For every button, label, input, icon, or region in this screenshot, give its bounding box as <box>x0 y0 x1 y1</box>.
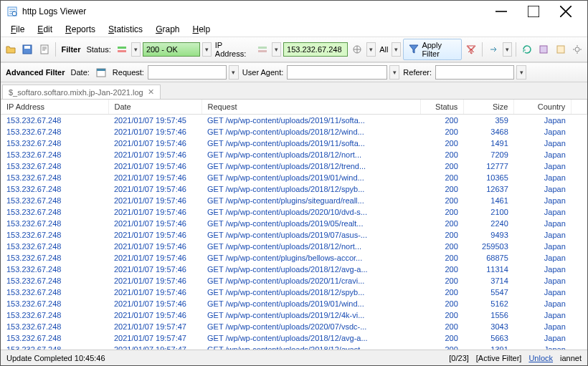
cell-size: 1461 <box>464 195 514 206</box>
table-row[interactable]: 153.232.67.2482021/01/07 19:57:46GET /wp… <box>1 241 587 252</box>
ip-picker-icon[interactable] <box>255 42 270 57</box>
status-counter: [0/23] <box>449 354 469 362</box>
save-button[interactable] <box>20 42 34 57</box>
table-row[interactable]: 153.232.67.2482021/01/07 19:57:46GET /wp… <box>1 206 587 218</box>
menu-statistics[interactable]: Statistics <box>103 23 148 36</box>
date-picker-button[interactable] <box>93 64 109 80</box>
next-match-dropdown[interactable]: ▾ <box>503 42 512 57</box>
col-status[interactable]: Status <box>421 100 464 115</box>
col-date[interactable]: Date <box>108 100 201 115</box>
tabbar: $_softaro.softaro.mixh.jp-Jan-2021.log ✕ <box>1 82 587 100</box>
all-dropdown[interactable]: ▾ <box>392 42 401 57</box>
cell-request: GET /wp/wp-content/plugins/bellows-accor… <box>201 252 421 264</box>
app-icon <box>6 6 18 17</box>
cell-size: 3043 <box>464 321 514 332</box>
status-picker-dropdown[interactable]: ▾ <box>131 42 141 57</box>
col-ip[interactable]: IP Address <box>1 100 108 115</box>
cell-request: GET /wp/wp-content/uploads/2020/07/vsdc-… <box>201 321 421 332</box>
svg-rect-6 <box>118 47 126 49</box>
table-row[interactable]: 153.232.67.2482021/01/07 19:57:46GET /wp… <box>1 195 587 206</box>
table-row[interactable]: 153.232.67.2482021/01/07 19:57:46GET /wp… <box>1 309 587 321</box>
cell-request: GET /wp/wp-content/uploads/2020/10/dvd-s… <box>201 206 421 218</box>
status-picker-icon[interactable] <box>115 42 129 57</box>
referer-input[interactable] <box>435 65 514 80</box>
table-row[interactable]: 153.232.67.2482021/01/07 19:57:46GET /wp… <box>1 275 587 286</box>
cell-request: GET /wp/wp-content/uploads/2018/12/spyb.… <box>201 286 421 298</box>
apply-filter-button[interactable]: Apply Filter <box>403 39 461 60</box>
col-size[interactable]: Size <box>464 100 514 115</box>
status-update: Update Completed 10:45:46 <box>6 354 105 362</box>
file-tab[interactable]: $_softaro.softaro.mixh.jp-Jan-2021.log ✕ <box>2 85 161 99</box>
table-row[interactable]: 153.232.67.2482021/01/07 19:57:46GET /wp… <box>1 229 587 241</box>
menu-help[interactable]: Help <box>187 23 217 36</box>
table-row[interactable]: 153.232.67.2482021/01/07 19:57:46GET /wp… <box>1 160 587 172</box>
status-value[interactable]: 200 - OK <box>143 42 200 57</box>
table-row[interactable]: 153.232.67.2482021/01/07 19:57:47GET /wp… <box>1 332 587 344</box>
cell-size: 5162 <box>464 298 514 309</box>
cell-size: 7209 <box>464 149 514 160</box>
cell-status: 200 <box>421 344 464 350</box>
menu-reports[interactable]: Reports <box>60 23 101 36</box>
menu-file[interactable]: File <box>5 23 30 36</box>
cell-size: 1556 <box>464 309 514 321</box>
table-row[interactable]: 153.232.67.2482021/01/07 19:57:46GET /wp… <box>1 286 587 298</box>
table-row[interactable]: 153.232.67.2482021/01/07 19:57:47GET /wp… <box>1 321 587 332</box>
cell-status: 200 <box>421 321 464 332</box>
status-value-dropdown[interactable]: ▾ <box>202 42 212 57</box>
table-row[interactable]: 153.232.67.2482021/01/07 19:57:46GET /wp… <box>1 298 587 309</box>
next-match-button[interactable] <box>486 42 501 57</box>
export-button[interactable] <box>37 42 51 57</box>
cell-ip: 153.232.67.248 <box>1 183 108 195</box>
toolbar-main: Filter Status: ▾ 200 - OK ▾ IP Address: … <box>1 37 587 62</box>
svg-rect-12 <box>557 46 564 53</box>
referer-dropdown[interactable]: ▾ <box>516 65 526 80</box>
tool-a-button[interactable] <box>536 42 551 57</box>
table-row[interactable]: 153.232.67.2482021/01/07 19:57:46GET /wp… <box>1 126 587 138</box>
cell-spacer <box>572 229 587 241</box>
cell-status: 200 <box>421 252 464 264</box>
table-row[interactable]: 153.232.67.2482021/01/07 19:57:45GET /wp… <box>1 115 587 127</box>
table-row[interactable]: 153.232.67.2482021/01/07 19:57:46GET /wp… <box>1 138 587 149</box>
useragent-input[interactable] <box>287 65 387 80</box>
close-tab-icon[interactable]: ✕ <box>148 87 154 97</box>
cell-date: 2021/01/07 19:57:46 <box>108 206 201 218</box>
cell-status: 200 <box>421 332 464 344</box>
col-request[interactable]: Request <box>201 100 421 115</box>
ip-action-dropdown[interactable]: ▾ <box>366 42 376 57</box>
settings-button[interactable] <box>570 42 584 57</box>
unlock-link[interactable]: Unlock <box>528 354 553 362</box>
useragent-dropdown[interactable]: ▾ <box>389 65 399 80</box>
cell-date: 2021/01/07 19:57:46 <box>108 195 201 206</box>
open-button[interactable] <box>4 42 18 57</box>
close-button[interactable] <box>549 1 582 22</box>
table-row[interactable]: 153.232.67.2482021/01/07 19:57:47GET /wp… <box>1 344 587 350</box>
table-row[interactable]: 153.232.67.2482021/01/07 19:57:46GET /wp… <box>1 183 587 195</box>
table-row[interactable]: 153.232.67.2482021/01/07 19:57:46GET /wp… <box>1 264 587 275</box>
maximize-button[interactable] <box>517 1 549 22</box>
request-dropdown[interactable]: ▾ <box>229 65 239 80</box>
col-country[interactable]: Country <box>514 100 572 115</box>
log-table-wrap[interactable]: IP Address Date Request Status Size Coun… <box>1 100 587 350</box>
refresh-button[interactable] <box>520 42 534 57</box>
table-row[interactable]: 153.232.67.2482021/01/07 19:57:46GET /wp… <box>1 149 587 160</box>
ip-input[interactable] <box>283 42 348 57</box>
cell-date: 2021/01/07 19:57:46 <box>108 252 201 264</box>
table-row[interactable]: 153.232.67.2482021/01/07 19:57:46GET /wp… <box>1 252 587 264</box>
ip-picker-dropdown[interactable]: ▾ <box>272 42 281 57</box>
request-input[interactable] <box>148 65 227 80</box>
cell-spacer <box>572 286 587 298</box>
ip-action-button[interactable] <box>350 42 364 57</box>
cell-ip: 153.232.67.248 <box>1 160 108 172</box>
cell-size: 3468 <box>464 126 514 138</box>
menu-graph[interactable]: Graph <box>150 23 185 36</box>
menu-edit[interactable]: Edit <box>32 23 58 36</box>
tool-b-button[interactable] <box>553 42 567 57</box>
advanced-filter-label: Advanced Filter <box>4 68 67 77</box>
table-row[interactable]: 153.232.67.2482021/01/07 19:57:46GET /wp… <box>1 218 587 229</box>
svg-rect-11 <box>540 46 547 53</box>
clear-filter-button[interactable] <box>464 42 478 57</box>
minimize-button[interactable] <box>485 1 517 22</box>
table-row[interactable]: 153.232.67.2482021/01/07 19:57:46GET /wp… <box>1 172 587 183</box>
cell-ip: 153.232.67.248 <box>1 252 108 264</box>
cell-date: 2021/01/07 19:57:47 <box>108 332 201 344</box>
